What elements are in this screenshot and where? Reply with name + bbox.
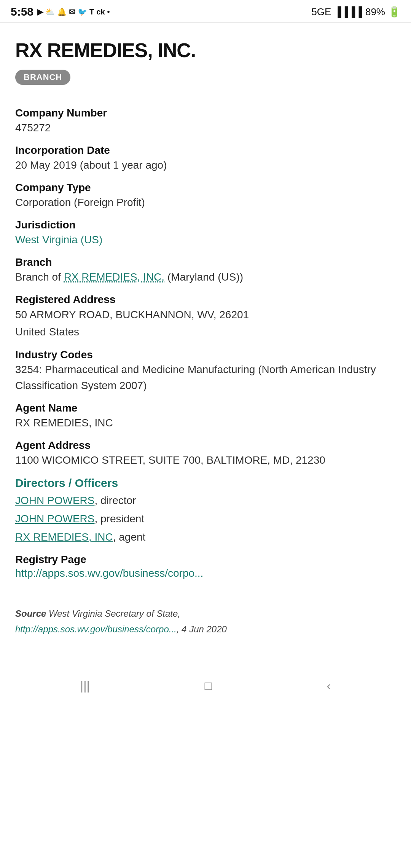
youtube-icon: ▶ <box>37 7 43 16</box>
director-row-2: JOHN POWERS, president <box>15 511 396 527</box>
branch-badge: BRANCH <box>15 70 70 85</box>
source-body: West Virginia Secretary of State, <box>49 608 180 619</box>
twitter-icon: 🐦 <box>78 7 87 16</box>
registered-address-section: Registered Address 50 ARMORY ROAD, BUCKH… <box>15 294 396 341</box>
company-number-section: Company Number 475272 <box>15 107 396 136</box>
jurisdiction-label: Jurisdiction <box>15 219 396 231</box>
agent-name-value: RX REMEDIES, INC <box>15 415 396 431</box>
main-content: RX REMEDIES, INC. BRANCH Company Number … <box>0 32 411 653</box>
company-type-label: Company Type <box>15 182 396 194</box>
weather-icon: ⛅ <box>45 7 55 16</box>
directors-section: Directors / Officers JOHN POWERS, direct… <box>15 477 396 545</box>
status-right: 5GE ▐▐▐▐ 89% 🔋 <box>311 6 400 18</box>
director-row-3: RX REMEDIES, INC, agent <box>15 529 396 545</box>
company-title: RX REMEDIES, INC. <box>15 39 396 62</box>
dot-icon: • <box>107 8 110 16</box>
bottom-nav: ||| □ ‹ <box>0 668 411 707</box>
industry-codes-value: 3254: Pharmaceutical and Medicine Manufa… <box>15 362 396 394</box>
source-date: , 4 Jun 2020 <box>177 624 227 634</box>
agent-name-label: Agent Name <box>15 402 396 414</box>
agent-address-value: 1100 WICOMICO STREET, SUITE 700, BALTIMO… <box>15 452 396 468</box>
status-time: 5:58 ▶ ⛅ 🔔 ✉ 🐦 T ck • <box>11 5 110 18</box>
source-section: Source West Virginia Secretary of State,… <box>15 602 396 637</box>
registered-address-label: Registered Address <box>15 294 396 306</box>
director-row-1: JOHN POWERS, director <box>15 493 396 509</box>
menu-nav-icon[interactable]: ||| <box>80 679 90 693</box>
battery-icon: 🔋 <box>388 6 400 18</box>
back-nav-icon[interactable]: ‹ <box>327 679 331 693</box>
signal-bars-icon: ▐▐▐▐ <box>334 6 362 18</box>
company-type-section: Company Type Corporation (Foreign Profit… <box>15 182 396 211</box>
status-icons: ▶ ⛅ 🔔 ✉ 🐦 T ck • <box>37 7 110 16</box>
home-nav-icon[interactable]: □ <box>204 679 212 693</box>
app-label: ck <box>96 8 105 16</box>
director-3-link[interactable]: RX REMEDIES, INC <box>15 531 113 543</box>
branch-value: Branch of RX REMEDIES, INC. (Maryland (U… <box>15 269 396 285</box>
branch-prefix: Branch of <box>15 271 64 283</box>
branch-label: Branch <box>15 256 396 268</box>
director-1-role: , director <box>94 495 136 506</box>
source-label: Source <box>15 608 46 619</box>
registry-page-section: Registry Page http://apps.sos.wv.gov/bus… <box>15 554 396 579</box>
directors-label: Directors / Officers <box>15 477 396 490</box>
jurisdiction-link[interactable]: West Virginia (US) <box>15 234 102 246</box>
incorporation-date-label: Incorporation Date <box>15 144 396 156</box>
director-1-link[interactable]: JOHN POWERS <box>15 495 94 506</box>
source-link[interactable]: http://apps.sos.wv.gov/business/corpo... <box>15 624 177 634</box>
agent-name-section: Agent Name RX REMEDIES, INC <box>15 402 396 431</box>
registry-page-link[interactable]: http://apps.sos.wv.gov/business/corpo... <box>15 567 203 579</box>
incorporation-date-section: Incorporation Date 20 May 2019 (about 1 … <box>15 144 396 173</box>
jurisdiction-section: Jurisdiction West Virginia (US) <box>15 219 396 248</box>
top-divider <box>0 22 411 22</box>
branch-section: Branch Branch of RX REMEDIES, INC. (Mary… <box>15 256 396 285</box>
agent-address-section: Agent Address 1100 WICOMICO STREET, SUIT… <box>15 439 396 468</box>
signal-display: 5GE <box>311 6 331 18</box>
agent-address-label: Agent Address <box>15 439 396 452</box>
director-3-role: , agent <box>113 531 146 543</box>
battery-display: 89% <box>365 6 385 18</box>
company-number-label: Company Number <box>15 107 396 119</box>
time-display: 5:58 <box>11 5 33 18</box>
registry-page-label: Registry Page <box>15 554 396 566</box>
company-number-value: 475272 <box>15 120 396 136</box>
director-2-role: , president <box>94 513 144 525</box>
industry-codes-label: Industry Codes <box>15 349 396 361</box>
source-text: Source West Virginia Secretary of State,… <box>15 606 396 637</box>
company-type-value: Corporation (Foreign Profit) <box>15 195 396 211</box>
registered-address-line2: United States <box>15 324 396 341</box>
branch-link[interactable]: RX REMEDIES, INC. <box>64 271 164 283</box>
director-2-link[interactable]: JOHN POWERS <box>15 513 94 525</box>
mail-icon: ✉ <box>69 7 75 16</box>
registered-address-line1: 50 ARMORY ROAD, BUCKHANNON, WV, 26201 <box>15 306 396 324</box>
branch-suffix: (Maryland (US)) <box>164 271 243 283</box>
navigation-icon: 🔔 <box>57 7 67 16</box>
incorporation-date-value: 20 May 2019 (about 1 year ago) <box>15 157 396 173</box>
status-bar: 5:58 ▶ ⛅ 🔔 ✉ 🐦 T ck • 5GE ▐▐▐▐ 89% 🔋 <box>0 0 411 22</box>
industry-codes-section: Industry Codes 3254: Pharmaceutical and … <box>15 349 396 394</box>
text-icon: T <box>89 8 94 16</box>
